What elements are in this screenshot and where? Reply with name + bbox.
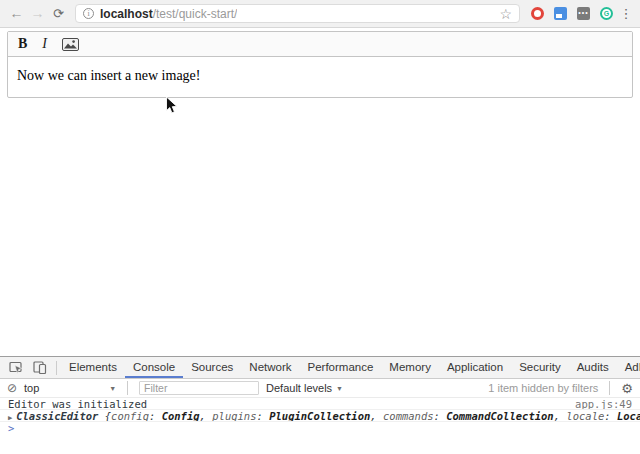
hidden-items-note: 1 item hidden by filters <box>488 382 598 394</box>
url-host: localhost <box>100 7 153 21</box>
address-bar[interactable]: i localhost/test/quick-start/ ☆ <box>75 4 520 23</box>
devtools-tab-performance[interactable]: Performance <box>300 357 382 378</box>
dots-badge-icon: ••• <box>577 7 590 20</box>
editor-toolbar: B I <box>8 32 632 57</box>
object-property-value: PluginCollection <box>269 410 370 422</box>
red-ring-icon <box>531 7 544 20</box>
key-value-separator: : <box>604 410 617 422</box>
blue-window-icon <box>554 7 567 20</box>
key-value-separator: : <box>149 410 162 422</box>
image-icon <box>62 38 79 51</box>
key-value-separator: : <box>434 410 447 422</box>
clear-console-icon[interactable]: ⊘ <box>7 382 17 394</box>
devtools-panel: ElementsConsoleSourcesNetworkPerformance… <box>0 356 640 454</box>
console-filter-input[interactable] <box>139 381 259 395</box>
devtools-tabbar: ElementsConsoleSourcesNetworkPerformance… <box>0 357 640 379</box>
devtools-tab-security[interactable]: Security <box>511 357 569 378</box>
devtools-tab-application[interactable]: Application <box>439 357 511 378</box>
pair-separator: , <box>200 410 213 422</box>
device-toolbar-icon[interactable] <box>28 361 52 374</box>
toolbar-divider <box>127 381 128 395</box>
toolbar-divider <box>56 361 57 375</box>
source-location-link[interactable]: app.js:49 <box>575 398 632 410</box>
levels-label: Default levels <box>266 382 332 394</box>
console-messages: Editor was initialized app.js:49 ▶ Class… <box>0 398 640 434</box>
toolbar-divider <box>609 381 610 395</box>
extension-green-icon[interactable]: G <box>598 5 615 22</box>
back-icon[interactable]: ← <box>7 0 26 27</box>
editor-paragraph: Now we can insert a new image! <box>17 68 200 83</box>
bookmark-star-icon[interactable]: ☆ <box>499 7 512 21</box>
mouse-cursor <box>165 96 178 115</box>
chevron-down-icon: ▼ <box>109 385 116 392</box>
object-property-key: config <box>111 410 149 422</box>
page-content: B I Now we can insert a new image! <box>0 28 640 356</box>
url-text: localhost/test/quick-start/ <box>100 7 237 21</box>
object-property-value: Config <box>162 410 200 422</box>
object-class-name: ClassicEditor <box>16 410 98 422</box>
reload-icon[interactable]: ⟳ <box>49 0 68 27</box>
insert-image-button[interactable] <box>62 38 79 51</box>
rich-text-editor: B I Now we can insert a new image! <box>7 31 633 98</box>
object-open-brace: { <box>98 410 111 422</box>
object-properties: {config: Config, plugins: PluginCollecti… <box>98 410 640 422</box>
extension-gray-icon[interactable]: ••• <box>575 5 592 22</box>
extension-red-icon[interactable] <box>529 5 546 22</box>
pair-separator: , <box>554 410 567 422</box>
log-levels-select[interactable]: Default levels ▼ <box>266 382 343 394</box>
devtools-tab-sources[interactable]: Sources <box>183 357 241 378</box>
console-message: Editor was initialized app.js:49 <box>0 398 640 410</box>
page-info-icon[interactable]: i <box>83 8 94 19</box>
devtools-tab-memory[interactable]: Memory <box>381 357 439 378</box>
log-message-text: Editor was initialized <box>8 398 567 410</box>
devtools-tab-audits[interactable]: Audits <box>569 357 617 378</box>
inspect-element-icon[interactable] <box>4 361 28 374</box>
execution-context-select[interactable]: top ▼ <box>24 382 116 394</box>
object-property-value: Locale <box>617 410 640 422</box>
pair-separator: , <box>370 410 383 422</box>
object-property-key: locale <box>566 410 604 422</box>
editor-editable-area[interactable]: Now we can insert a new image! <box>8 57 632 97</box>
forward-icon[interactable]: → <box>28 0 47 27</box>
browser-toolbar: ← → ⟳ i localhost/test/quick-start/ ☆ ••… <box>0 0 640 28</box>
extension-blue-icon[interactable] <box>552 5 569 22</box>
browser-menu-icon[interactable]: ⋮ <box>619 6 633 21</box>
key-value-separator: : <box>257 410 270 422</box>
italic-button[interactable]: I <box>42 36 47 52</box>
devtools-tabs: ElementsConsoleSourcesNetworkPerformance… <box>61 357 640 378</box>
green-g-icon: G <box>600 7 613 20</box>
devtools-tab-console[interactable]: Console <box>125 357 183 378</box>
object-property-key: commands <box>383 410 434 422</box>
context-label: top <box>24 382 39 394</box>
bold-button[interactable]: B <box>18 36 27 52</box>
expand-caret-icon[interactable]: ▶ <box>8 412 12 422</box>
prompt-chevron-icon: > <box>8 422 14 434</box>
object-preview[interactable]: ClassicEditor {config: Config, plugins: … <box>16 410 640 422</box>
devtools-tab-elements[interactable]: Elements <box>61 357 125 378</box>
object-property-key: plugins <box>212 410 256 422</box>
devtools-tab-adblock[interactable]: AdBlock <box>617 357 640 378</box>
console-toolbar: ⊘ top ▼ Default levels ▼ 1 item hidden b… <box>0 379 640 398</box>
console-object-message: ▶ ClassicEditor {config: Config, plugins… <box>0 410 640 422</box>
devtools-tab-network[interactable]: Network <box>241 357 299 378</box>
console-prompt[interactable]: > <box>0 422 640 434</box>
chevron-down-icon: ▼ <box>336 385 343 392</box>
console-settings-gear-icon[interactable]: ⚙ <box>621 382 633 395</box>
url-path: /test/quick-start/ <box>153 7 238 21</box>
object-property-value: CommandCollection <box>446 410 553 422</box>
